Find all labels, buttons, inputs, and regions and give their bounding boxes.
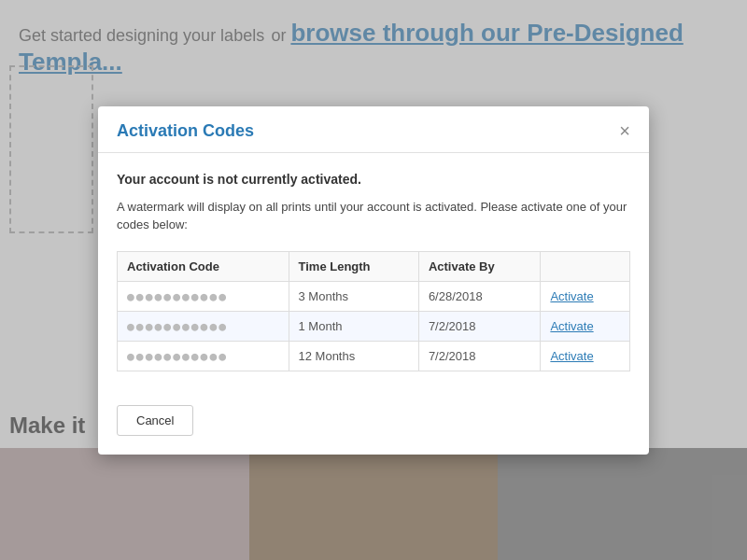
activate-by-cell: 7/2/2018	[418, 341, 541, 371]
time-length-cell: 12 Months	[289, 341, 418, 371]
cancel-button[interactable]: Cancel	[117, 405, 193, 436]
time-length-cell: 3 Months	[289, 281, 418, 311]
action-cell: Activate	[541, 341, 630, 371]
modal-footer: Cancel	[98, 405, 649, 455]
table-header: Activation Code Time Length Activate By	[118, 251, 630, 281]
action-cell: Activate	[541, 281, 630, 311]
activate-by-cell: 6/28/2018	[418, 281, 541, 311]
table-row: ●●●●●●●●●●●12 Months7/2/2018Activate	[118, 341, 630, 371]
code-cell: ●●●●●●●●●●●	[118, 311, 289, 341]
modal-close-button[interactable]: ×	[619, 121, 630, 140]
activate-button[interactable]: Activate	[550, 349, 593, 363]
modal-overlay: Activation Codes × Your account is not c…	[0, 0, 747, 560]
action-cell: Activate	[541, 311, 630, 341]
activation-codes-modal: Activation Codes × Your account is not c…	[98, 106, 649, 455]
activation-codes-table: Activation Code Time Length Activate By …	[117, 251, 630, 371]
activate-button[interactable]: Activate	[550, 319, 593, 333]
col-header-activate-by: Activate By	[418, 251, 541, 281]
activate-by-cell: 7/2/2018	[418, 311, 541, 341]
col-header-action	[541, 251, 630, 281]
table-header-row: Activation Code Time Length Activate By	[118, 251, 630, 281]
code-cell: ●●●●●●●●●●●	[118, 341, 289, 371]
table-row: ●●●●●●●●●●●1 Month7/2/2018Activate	[118, 311, 630, 341]
modal-header: Activation Codes ×	[98, 106, 649, 153]
table-row: ●●●●●●●●●●●3 Months6/28/2018Activate	[118, 281, 630, 311]
col-header-time-length: Time Length	[289, 251, 418, 281]
col-header-activation-code: Activation Code	[118, 251, 289, 281]
modal-body: Your account is not currently activated.…	[98, 153, 649, 405]
code-cell: ●●●●●●●●●●●	[118, 281, 289, 311]
activation-info: A watermark will display on all prints u…	[117, 198, 630, 234]
modal-title: Activation Codes	[117, 121, 254, 141]
time-length-cell: 1 Month	[289, 311, 418, 341]
activate-button[interactable]: Activate	[550, 289, 593, 303]
activation-alert: Your account is not currently activated.	[117, 172, 630, 187]
table-body: ●●●●●●●●●●●3 Months6/28/2018Activate●●●●…	[118, 281, 630, 371]
